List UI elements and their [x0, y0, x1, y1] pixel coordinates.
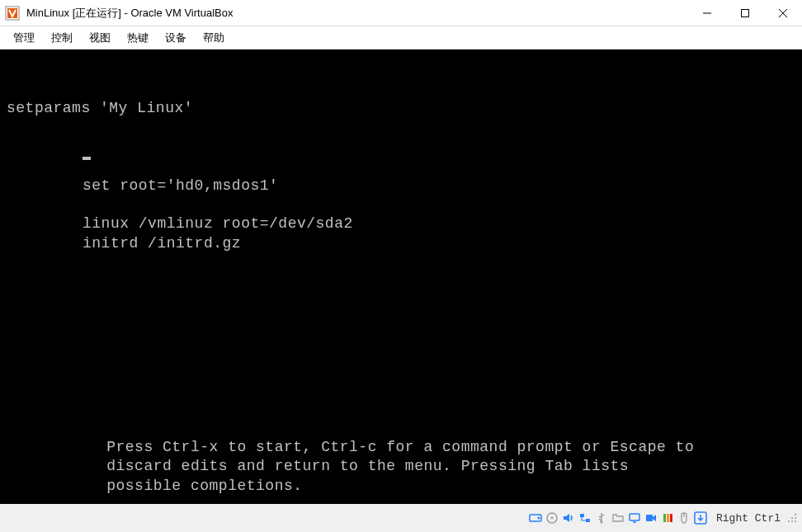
cpu-icon[interactable] — [660, 511, 675, 525]
svg-rect-18 — [670, 514, 672, 522]
close-button[interactable] — [764, 0, 802, 26]
host-key-indicator[interactable]: Right Ctrl — [711, 512, 785, 525]
menu-control[interactable]: 控制 — [43, 27, 81, 49]
grub-blank-line — [0, 118, 802, 137]
menubar: 管理 控制 视图 热键 设备 帮助 — [0, 26, 802, 49]
svg-rect-3 — [742, 9, 749, 16]
svg-rect-15 — [646, 515, 653, 521]
grub-setparams-line: setparams 'My Linux' — [0, 99, 802, 118]
svg-point-24 — [788, 520, 790, 522]
svg-rect-11 — [586, 519, 590, 522]
grub-help-line-2: discard edits and return to the menu. Pr… — [63, 457, 739, 476]
menu-manage[interactable]: 管理 — [5, 27, 43, 49]
grub-help-text: Press Ctrl-x to start, Ctrl-c for a comm… — [0, 438, 802, 496]
svg-point-26 — [795, 520, 796, 522]
hard-disk-icon[interactable] — [528, 511, 543, 525]
keyboard-capture-icon[interactable] — [693, 511, 708, 525]
svg-point-21 — [795, 514, 796, 516]
menu-devices[interactable]: 设备 — [157, 27, 195, 49]
display-icon[interactable] — [627, 511, 642, 525]
grub-linux-line: linux /vmlinuz root=/dev/sda2 — [0, 214, 802, 233]
svg-rect-16 — [663, 514, 666, 522]
vm-statusbar: Right Ctrl — [0, 504, 802, 532]
status-icon-tray — [528, 511, 708, 525]
maximize-button[interactable] — [726, 0, 764, 26]
grub-blank-line — [0, 138, 802, 157]
vm-display[interactable]: setparams 'My Linux' set root='hd0,msdos… — [0, 49, 802, 504]
menu-view[interactable]: 视图 — [81, 27, 119, 49]
svg-rect-13 — [630, 514, 639, 520]
shared-folder-icon[interactable] — [611, 511, 625, 525]
text-cursor-icon — [83, 157, 91, 160]
audio-icon[interactable] — [561, 511, 576, 525]
grub-initrd-line: initrd /initrd.gz — [0, 234, 802, 253]
window-title: MinLinux [正在运行] - Oracle VM VirtualBox — [26, 6, 688, 21]
svg-point-9 — [550, 517, 553, 520]
optical-disk-icon[interactable] — [545, 511, 559, 525]
resize-grip-icon[interactable] — [787, 513, 797, 523]
svg-point-22 — [791, 517, 793, 519]
svg-rect-10 — [580, 514, 584, 517]
grub-help-line-1: Press Ctrl-x to start, Ctrl-c for a comm… — [63, 438, 739, 457]
svg-point-23 — [795, 517, 796, 519]
menu-hotkey[interactable]: 热键 — [119, 27, 157, 49]
svg-point-7 — [537, 517, 540, 520]
recording-icon[interactable] — [644, 511, 658, 525]
grub-set-root-line: set root='hd0,msdos1' — [0, 177, 802, 195]
menu-help[interactable]: 帮助 — [195, 27, 233, 49]
svg-rect-17 — [667, 514, 669, 522]
virtualbox-app-icon — [5, 6, 20, 21]
grub-help-line-3: possible completions. — [63, 477, 739, 496]
window-titlebar: MinLinux [正在运行] - Oracle VM VirtualBox — [0, 0, 802, 26]
mouse-integration-icon[interactable] — [677, 511, 691, 525]
grub-cursor-line — [0, 157, 802, 176]
svg-point-25 — [791, 520, 793, 522]
window-controls — [688, 0, 802, 26]
network-icon[interactable] — [578, 511, 592, 525]
usb-icon[interactable] — [594, 511, 609, 525]
minimize-button[interactable] — [688, 0, 726, 26]
grub-blank-line — [0, 195, 802, 214]
svg-point-12 — [600, 521, 602, 524]
